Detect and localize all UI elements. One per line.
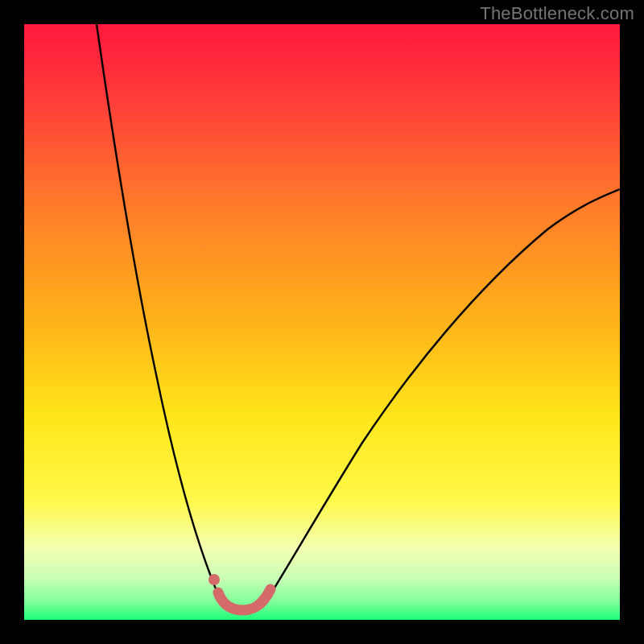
bottom-marker-dot: [208, 574, 220, 585]
outer-frame: TheBottleneck.com: [0, 0, 644, 644]
watermark-text: TheBottleneck.com: [480, 3, 634, 24]
chart-svg: [24, 24, 620, 620]
gradient-background: [24, 24, 620, 620]
plot-area: [24, 24, 620, 620]
